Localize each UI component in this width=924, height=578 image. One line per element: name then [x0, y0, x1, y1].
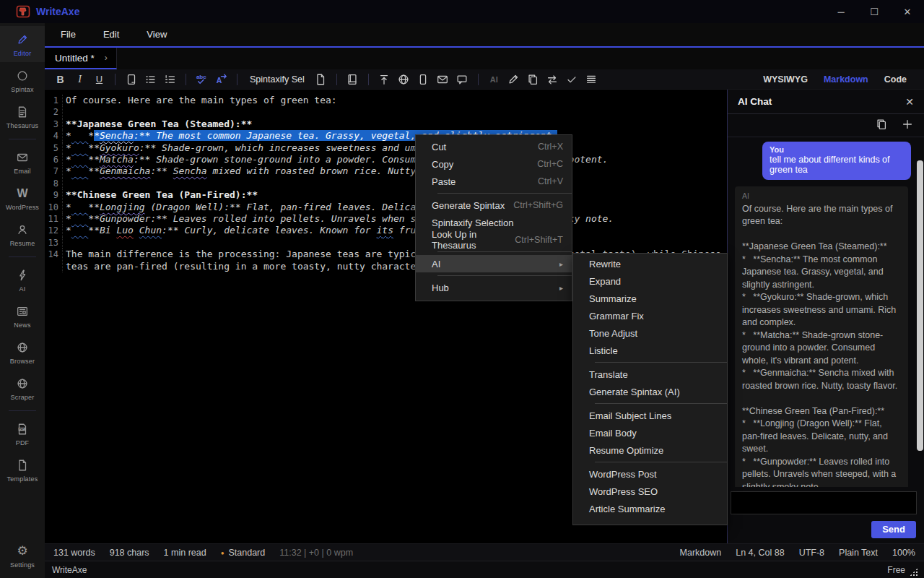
ai-listicle[interactable]: Listicle	[573, 342, 727, 359]
ai-button[interactable]: AI	[484, 71, 504, 88]
writeaxe-logo-icon	[16, 4, 30, 19]
ai-article-summarize[interactable]: Article Summarize	[573, 500, 727, 517]
ctx-ai[interactable]: AI ▸	[416, 255, 572, 272]
editor-line-text[interactable]: **Japanese Green Tea (Steamed):**	[63, 118, 252, 130]
export-button[interactable]	[375, 71, 394, 88]
status-item[interactable]: UTF-8	[799, 548, 824, 558]
sidebar-item-wordpress[interactable]: W WordPress	[0, 180, 45, 216]
app-title: WriteAxe	[36, 6, 79, 17]
ai-translate[interactable]: Translate	[573, 366, 727, 383]
pdf-icon: PDF	[16, 421, 29, 437]
editor-line-text[interactable]	[63, 106, 66, 118]
ctx-paste[interactable]: Paste Ctrl+V	[416, 173, 572, 190]
menu-item-label: WordPress SEO	[589, 486, 658, 497]
editor-text-segment: *	[66, 154, 71, 165]
bold-button[interactable]: B	[51, 71, 70, 88]
toolbar-divider	[336, 74, 337, 85]
close-icon[interactable]: ✕	[905, 96, 914, 108]
editor-line-text[interactable]: Of course. Here are the main types of gr…	[63, 95, 337, 106]
chat-input[interactable]	[731, 491, 917, 514]
tab-untitled[interactable]: Untitled * ›	[45, 48, 117, 69]
new-doc-button[interactable]	[311, 71, 331, 88]
book-button[interactable]	[343, 71, 362, 88]
editor-line-text[interactable]	[63, 178, 66, 189]
ai-generate-spintax[interactable]: Generate Spintax (AI)	[573, 383, 727, 400]
ai-rewrite[interactable]: Rewrite	[573, 255, 727, 272]
comment-button[interactable]	[453, 71, 472, 88]
editor-line-text[interactable]: **Chinese Green Tea (Pan-Fired):**	[63, 189, 258, 201]
ai-tone-adjust[interactable]: Tone Adjust	[573, 324, 727, 342]
ctx-hub[interactable]: Hub ▸	[416, 279, 572, 296]
editor-line-text[interactable]	[63, 237, 66, 249]
line-number: 7	[45, 165, 63, 177]
status-item[interactable]: Markdown	[680, 548, 722, 558]
view-mode-markdown[interactable]: Markdown	[824, 74, 868, 85]
ai-email-subject-lines[interactable]: Email Subject Lines	[573, 407, 727, 424]
sidebar-item-browser[interactable]: Browser	[0, 334, 45, 370]
ai-resume-optimize[interactable]: Resume Optimize	[573, 441, 727, 459]
translate-button[interactable]: A	[212, 71, 231, 88]
save-page-button[interactable]	[121, 71, 141, 88]
chat-new-button[interactable]	[901, 118, 914, 133]
copy-button[interactable]	[523, 71, 543, 88]
bullet-list-button[interactable]	[141, 71, 160, 88]
spintaxify-sel-button[interactable]: Spintaxify Sel	[243, 71, 311, 88]
status-item[interactable]: 100%	[892, 548, 915, 558]
list-button[interactable]	[582, 71, 601, 88]
sidebar-item-pdf[interactable]: PDF PDF	[0, 415, 45, 452]
italic-button[interactable]: I	[70, 71, 90, 88]
toolbar-button-label: Spintaxify Sel	[245, 74, 309, 85]
menu-item-label: Tone Adjust	[589, 328, 637, 339]
swap-button[interactable]	[543, 71, 562, 88]
menu-divider	[595, 403, 727, 404]
edit-button[interactable]	[504, 71, 523, 88]
menu-item-label: Expand	[589, 276, 621, 287]
sidebar-item-scraper[interactable]: Scraper	[0, 370, 45, 406]
sidebar-item-resume[interactable]: Resume	[0, 216, 45, 252]
menu-file[interactable]: File	[51, 23, 93, 46]
sidebar-item-editor[interactable]: Editor	[0, 26, 45, 62]
maximize-button[interactable]: ☐	[858, 0, 891, 23]
sidebar-item-settings[interactable]: ⚙ Settings	[0, 538, 45, 574]
sidebar-item-news[interactable]: News	[0, 298, 45, 334]
chat-scrollbar[interactable]	[917, 160, 923, 451]
check-button[interactable]	[562, 71, 582, 88]
ctx-lookup-thesaurus[interactable]: Look Up in Thesaurus Ctrl+Shift+T	[416, 231, 572, 249]
mobile-button[interactable]	[414, 71, 433, 88]
numbered-list-button[interactable]	[160, 71, 180, 88]
file-icon	[314, 73, 327, 86]
chevron-right-icon[interactable]: ›	[105, 53, 108, 63]
ai-email-body[interactable]: Email Body	[573, 424, 727, 441]
view-mode-wysiwyg[interactable]: WYSIWYG	[763, 74, 808, 85]
tab-label: Untitled *	[55, 53, 95, 64]
ai-summarize[interactable]: Summarize	[573, 290, 727, 307]
ctx-generate-spintax[interactable]: Generate Spintax Ctrl+Shift+G	[416, 197, 572, 214]
status-item[interactable]: Ln 4, Col 88	[736, 548, 784, 558]
menu-view[interactable]: View	[136, 23, 184, 46]
ai-grammar-fix[interactable]: Grammar Fix	[573, 307, 727, 324]
chat-copy-button[interactable]	[875, 118, 888, 133]
ai-wordpress-post[interactable]: WordPress Post	[573, 465, 727, 483]
ai-expand[interactable]: Expand	[573, 272, 727, 290]
send-button[interactable]: Send	[871, 521, 916, 538]
spellcheck-button[interactable]: abc	[192, 71, 212, 88]
sidebar-item-email[interactable]: Email	[0, 144, 45, 180]
ai-wordpress-seo[interactable]: WordPress SEO	[573, 483, 727, 500]
close-button[interactable]: ✕	[891, 0, 924, 23]
line-number: 13	[45, 237, 63, 249]
line-number: 6	[45, 154, 63, 165]
sidebar-item-thesaurus[interactable]: Thesaurus	[0, 98, 45, 134]
minimize-button[interactable]: ─	[824, 0, 858, 23]
ctx-cut[interactable]: Cut Ctrl+X	[416, 138, 572, 155]
status-item[interactable]: Plain Text	[839, 548, 878, 558]
web-button[interactable]	[394, 71, 414, 88]
sidebar-item-ai[interactable]: AI	[0, 262, 45, 298]
resize-grip-icon[interactable]	[910, 568, 918, 577]
sidebar-item-templates[interactable]: Templates	[0, 452, 45, 488]
underline-button[interactable]: U	[90, 71, 109, 88]
ctx-copy[interactable]: Copy Ctrl+C	[416, 155, 572, 173]
sidebar-item-spintax[interactable]: Spintax	[0, 62, 45, 98]
view-mode-code[interactable]: Code	[884, 74, 907, 85]
email-button[interactable]	[433, 71, 453, 88]
menu-edit[interactable]: Edit	[93, 23, 136, 46]
